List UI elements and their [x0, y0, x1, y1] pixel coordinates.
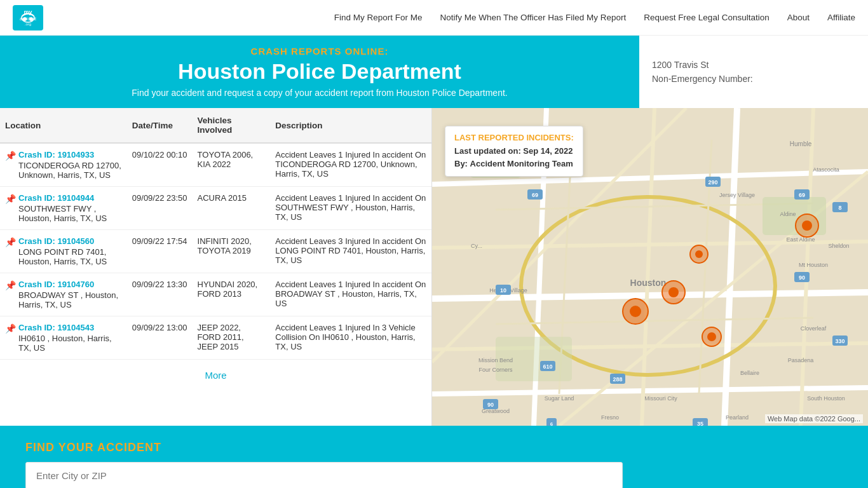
svg-text:90: 90 — [799, 274, 805, 281]
nav-about[interactable]: About — [787, 13, 810, 22]
hero-info-box: 1200 Travis St Non-Emergency Number: — [639, 36, 868, 108]
find-accident-title: FIND YOUR ACCIDENT — [25, 441, 843, 454]
svg-text:290: 290 — [708, 179, 717, 186]
description-cell: Accident Leaves 1 Injured In accident On… — [270, 273, 431, 316]
svg-point-77 — [668, 287, 679, 297]
pin-icon: 📌 — [5, 194, 16, 204]
svg-text:Aldine: Aldine — [780, 211, 796, 217]
hero-text-area: CRASH REPORTS ONLINE: Houston Police Dep… — [0, 36, 639, 108]
svg-text:69: 69 — [799, 192, 805, 198]
popup-updated: Last updated on: Sep 14, 2022 — [454, 145, 574, 158]
popup-by: By: Accident Monitoring Team — [454, 158, 574, 170]
location-text: IH0610 , Houston, Harris, TX, US — [18, 334, 112, 353]
nav-affiliate[interactable]: Affiliate — [827, 13, 855, 22]
description-cell: Accident Leaves 1 Injured In accident On… — [270, 187, 431, 230]
svg-text:Sugar Land: Sugar Land — [545, 395, 574, 402]
hero-non-emergency: Non-Emergency Number: — [652, 72, 855, 86]
svg-point-6 — [29, 17, 33, 21]
table-row: 📌 Crash ID: 19104543 IH0610 , Houston, H… — [0, 316, 431, 360]
datetime-cell: 09/09/22 17:54 — [127, 230, 193, 273]
popup-title: LAST REPORTED INCIDENTS: — [454, 133, 574, 142]
svg-text:35: 35 — [697, 421, 703, 426]
vehicles-cell: JEEP 2022, FORD 2011, JEEP 2015 — [193, 316, 271, 360]
crash-id-link[interactable]: Crash ID: 19104933 — [18, 150, 122, 159]
hero-subtitle: CRASH REPORTS ONLINE: — [13, 46, 627, 57]
navbar: my accident .org Find My Report For Me N… — [0, 0, 868, 36]
city-zip-input[interactable] — [25, 462, 623, 488]
description-cell: Accident Leaves 3 Injured In accident On… — [270, 230, 431, 273]
datetime-cell: 09/09/22 23:50 — [127, 187, 193, 230]
svg-point-75 — [695, 250, 703, 258]
hero-description: Find your accident and request a copy of… — [13, 88, 627, 98]
crash-id-link[interactable]: Crash ID: 19104944 — [18, 193, 122, 203]
nav-notify[interactable]: Notify Me When The Officer Has Filed My … — [440, 13, 626, 22]
location-cell: 📌 Crash ID: 19104543 IH0610 , Houston, H… — [0, 316, 127, 360]
table-row: 📌 Crash ID: 19104760 BROADWAY ST , Houst… — [0, 273, 431, 316]
nav-find-report[interactable]: Find My Report For Me — [334, 13, 423, 22]
pin-icon: 📌 — [5, 151, 16, 161]
svg-text:Cy...: Cy... — [471, 243, 482, 249]
location-cell: 📌 Crash ID: 19104944 SOUTHWEST FWY , Hou… — [0, 187, 127, 230]
svg-text:Cloverleaf: Cloverleaf — [801, 325, 827, 332]
location-text: SOUTHWEST FWY , Houston, Harris, TX, US — [18, 204, 107, 223]
location-text: LONG POINT RD 7401, Houston, Harris, TX,… — [18, 247, 107, 266]
more-link[interactable]: More — [0, 360, 431, 391]
svg-text:Fresno: Fresno — [601, 414, 619, 421]
svg-point-81 — [707, 332, 716, 341]
incidents-table: Location Date/Time Vehicles Involved Des… — [0, 108, 431, 360]
nav-legal[interactable]: Request Free Legal Consultation — [644, 13, 769, 22]
crash-id-link[interactable]: Crash ID: 19104760 — [18, 280, 122, 289]
svg-text:69: 69 — [532, 192, 538, 198]
svg-point-79 — [630, 306, 641, 317]
hero-title: Houston Police Department — [13, 59, 627, 84]
svg-text:.org: .org — [25, 22, 31, 26]
hero-address: 1200 Travis St — [652, 58, 855, 72]
main-area: Location Date/Time Vehicles Involved Des… — [0, 108, 868, 426]
location-cell: 📌 Crash ID: 19104760 BROADWAY ST , Houst… — [0, 273, 127, 316]
datetime-cell: 09/09/22 13:30 — [127, 273, 193, 316]
pin-icon: 📌 — [5, 237, 16, 247]
svg-text:288: 288 — [613, 376, 622, 383]
location-text: TICONDEROGA RD 12700, Unknown, Harris, T… — [18, 161, 121, 180]
svg-text:8: 8 — [838, 205, 841, 211]
svg-text:South Houston: South Houston — [807, 395, 845, 402]
svg-text:Pearland: Pearland — [726, 414, 749, 421]
crash-id-link[interactable]: Crash ID: 19104560 — [18, 236, 122, 246]
location-text: BROADWAY ST , Houston, Harris, TX, US — [18, 290, 118, 309]
table-section: Location Date/Time Vehicles Involved Des… — [0, 108, 432, 426]
svg-text:6: 6 — [550, 421, 553, 426]
svg-text:Jersey Village: Jersey Village — [719, 192, 755, 198]
crash-id-link[interactable]: Crash ID: 19104543 — [18, 323, 122, 332]
map-popup: LAST REPORTED INCIDENTS: Last updated on… — [445, 126, 583, 177]
logo-area[interactable]: my accident .org — [13, 5, 46, 30]
location-cell: 📌 Crash ID: 19104560 LONG POINT RD 7401,… — [0, 230, 127, 273]
table-row: 📌 Crash ID: 19104933 TICONDEROGA RD 1270… — [0, 143, 431, 187]
hero-banner: CRASH REPORTS ONLINE: Houston Police Dep… — [0, 36, 868, 108]
location-cell: 📌 Crash ID: 19104933 TICONDEROGA RD 1270… — [0, 143, 127, 187]
svg-text:610: 610 — [543, 363, 552, 370]
col-datetime: Date/Time — [127, 108, 193, 143]
col-description: Description — [270, 108, 431, 143]
logo-icon: my accident .org — [13, 5, 43, 30]
svg-text:Bellaire: Bellaire — [740, 370, 759, 376]
svg-text:Humble: Humble — [790, 140, 812, 147]
description-cell: Accident Leaves 1 Injured In 3 Vehicle C… — [270, 316, 431, 360]
svg-text:Four Corners: Four Corners — [478, 367, 513, 373]
svg-text:Mt Houston: Mt Houston — [799, 262, 828, 268]
map-section: Houston Humble Atascocita Sheldon Clover… — [432, 108, 868, 426]
bottom-section: FIND YOUR ACCIDENT — [0, 426, 868, 488]
svg-point-73 — [802, 220, 812, 231]
col-vehicles: Vehicles Involved — [193, 108, 271, 143]
vehicles-cell: ACURA 2015 — [193, 187, 271, 230]
pin-icon: 📌 — [5, 280, 16, 290]
pin-icon: 📌 — [5, 323, 16, 334]
map-watermark: Web Map data ©2022 Goog... — [765, 414, 863, 423]
datetime-cell: 09/09/22 13:00 — [127, 316, 193, 360]
svg-text:Missouri City: Missouri City — [644, 395, 677, 402]
svg-text:Mission Bend: Mission Bend — [478, 357, 513, 363]
svg-text:Houston: Houston — [630, 278, 667, 288]
table-row: 📌 Crash ID: 19104560 LONG POINT RD 7401,… — [0, 230, 431, 273]
vehicles-cell: INFINITI 2020, TOYOTA 2019 — [193, 230, 271, 273]
vehicles-cell: HYUNDAI 2020, FORD 2013 — [193, 273, 271, 316]
datetime-cell: 09/10/22 00:10 — [127, 143, 193, 187]
